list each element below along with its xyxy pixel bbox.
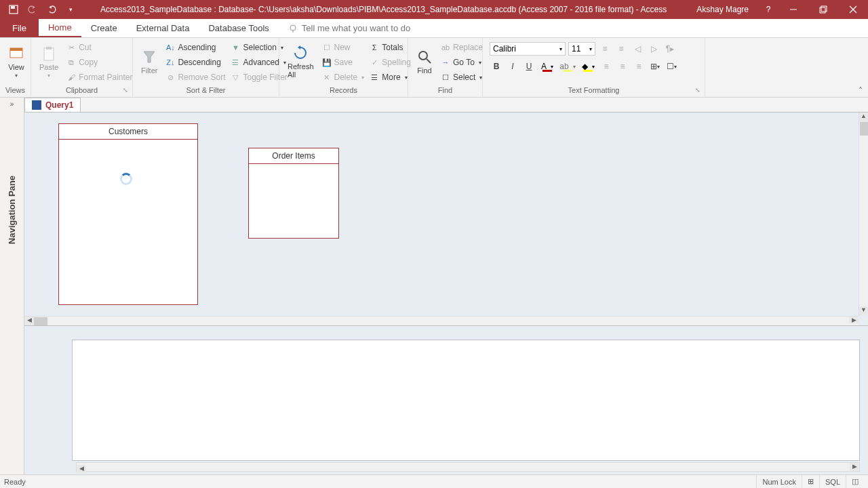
tab-database-tools[interactable]: Database Tools [199, 19, 278, 37]
more-button[interactable]: ☰More▾ [370, 70, 411, 84]
select-button[interactable]: ☐Select▾ [441, 70, 483, 84]
toggle-filter-icon: ▽ [231, 73, 240, 82]
svg-rect-4 [821, 6, 827, 12]
expand-nav-icon[interactable]: » [10, 100, 14, 108]
advanced-icon: ☰ [231, 58, 240, 67]
view-sql-icon[interactable]: SQL [819, 475, 846, 489]
text-direction-icon[interactable]: ¶▸ [663, 42, 677, 56]
user-name[interactable]: Akshay Magre [687, 5, 758, 14]
filter-icon [141, 49, 157, 65]
fill-color-button[interactable]: ◆▾ [579, 60, 597, 73]
remove-sort-button[interactable]: ⊘Remove Sort [165, 70, 225, 84]
highlight-button[interactable]: ab▾ [559, 60, 576, 73]
minimize-button[interactable] [778, 0, 808, 19]
tab-create[interactable]: Create [81, 19, 127, 37]
underline-button[interactable]: U [522, 60, 536, 73]
table-customers[interactable]: Customers [58, 123, 198, 305]
table-order-items[interactable]: Order Items [248, 148, 339, 239]
save-record-button[interactable]: 💾Save [322, 56, 365, 69]
paste-button[interactable]: Paste ▾ [34, 39, 64, 84]
doc-tab-query1[interactable]: Query1 [24, 98, 81, 112]
view-icon [8, 45, 24, 62]
view-datasheet-icon[interactable]: ⊞ [802, 475, 819, 489]
svg-rect-11 [44, 48, 54, 60]
selection-icon: ▼ [231, 43, 240, 52]
find-button[interactable]: Find [411, 39, 438, 84]
view-design-icon[interactable]: ◫ [846, 475, 864, 489]
refresh-icon [292, 45, 309, 61]
window-title: Access2013_SampleDatabase : Database- C:… [80, 5, 687, 14]
collapse-ribbon-button[interactable]: ˄ [857, 85, 864, 97]
document-area: » Navigation Pane Query1 Customers Order… [0, 98, 868, 474]
numbering-icon[interactable]: ≡ [614, 42, 628, 56]
totals-button[interactable]: ΣTotals [370, 41, 411, 54]
undo-icon[interactable] [23, 0, 42, 19]
align-center-icon[interactable]: ≡ [616, 60, 629, 73]
records-group-label: Records [282, 86, 405, 97]
clipboard-launcher-icon[interactable]: ⤡ [123, 87, 128, 94]
tab-external-data[interactable]: External Data [127, 19, 199, 37]
align-left-icon[interactable]: ≡ [599, 60, 613, 73]
query-design-lower-pane[interactable]: ◀▶ [24, 326, 868, 474]
filter-button[interactable]: Filter [136, 39, 163, 84]
replace-button[interactable]: abReplace [441, 41, 483, 54]
redo-icon[interactable] [42, 0, 61, 19]
goto-icon: → [441, 58, 450, 67]
spelling-icon: ✓ [370, 58, 379, 67]
copy-button[interactable]: ⧉Copy [66, 56, 132, 69]
align-right-icon[interactable]: ≡ [632, 60, 646, 73]
font-name-combo[interactable]: Calibri▾ [490, 42, 566, 56]
select-icon: ☐ [441, 73, 450, 82]
view-button[interactable]: View ▾ [3, 39, 30, 84]
goto-button[interactable]: →Go To▾ [441, 56, 483, 69]
tab-home[interactable]: Home [39, 19, 81, 37]
indent-inc-icon[interactable]: ▷ [647, 42, 660, 56]
delete-button[interactable]: ✕Delete▾ [322, 70, 365, 84]
format-control-button[interactable]: ☐▾ [665, 60, 678, 73]
text-launcher-icon[interactable]: ⤡ [695, 87, 701, 94]
italic-button[interactable]: I [506, 60, 519, 73]
replace-icon: ab [441, 43, 450, 52]
delete-icon: ✕ [322, 73, 332, 82]
new-button[interactable]: ☐New [322, 41, 365, 54]
qat-customize-icon[interactable]: ▾ [61, 0, 80, 19]
sort-desc-icon: Z↓ [165, 58, 175, 67]
query-icon [32, 100, 41, 110]
gridlines-button[interactable]: ⊞▾ [648, 60, 662, 73]
loading-spinner-icon [120, 173, 132, 185]
query-grid[interactable] [72, 340, 860, 461]
upper-vertical-scrollbar[interactable]: ▲▼ [859, 113, 868, 316]
sort-filter-group-label: Sort & Filter [136, 86, 276, 97]
query-design-upper-pane[interactable]: Customers Order Items ▲▼ ◀▶ [24, 113, 868, 326]
svg-rect-10 [10, 48, 22, 51]
descending-button[interactable]: Z↓Descending [165, 56, 225, 69]
ascending-button[interactable]: A↓Ascending [165, 41, 225, 54]
new-icon: ☐ [322, 43, 332, 52]
bold-button[interactable]: B [490, 60, 503, 73]
title-bar: ▾ Access2013_SampleDatabase : Database- … [0, 0, 868, 19]
spelling-button[interactable]: ✓Spelling [370, 56, 411, 69]
svg-rect-1 [11, 6, 15, 9]
cut-button[interactable]: ✂Cut [66, 41, 132, 54]
bullets-icon[interactable]: ≡ [598, 42, 612, 56]
svg-point-13 [419, 52, 427, 60]
help-icon[interactable]: ? [758, 5, 778, 14]
tell-me-search[interactable]: Tell me what you want to do [279, 19, 410, 37]
save-record-icon: 💾 [322, 58, 332, 67]
font-color-button[interactable]: A▾ [538, 60, 556, 73]
close-button[interactable] [838, 0, 868, 19]
maximize-button[interactable] [808, 0, 838, 19]
paste-icon [41, 45, 57, 62]
document-tabs: Query1 [24, 98, 868, 113]
status-numlock: Num Lock [756, 475, 802, 489]
indent-dec-icon[interactable]: ◁ [631, 42, 644, 56]
cut-icon: ✂ [66, 43, 76, 52]
lower-horizontal-scrollbar[interactable]: ◀▶ [76, 462, 860, 472]
save-icon[interactable] [4, 0, 23, 19]
refresh-all-button[interactable]: Refresh All [282, 39, 319, 84]
upper-horizontal-scrollbar[interactable]: ◀▶ [24, 316, 859, 325]
font-size-combo[interactable]: 11▾ [568, 42, 595, 56]
format-painter-button[interactable]: 🖌Format Painter [66, 70, 132, 84]
tab-file[interactable]: File [0, 19, 39, 37]
navigation-pane-collapsed[interactable]: » Navigation Pane [0, 98, 24, 474]
